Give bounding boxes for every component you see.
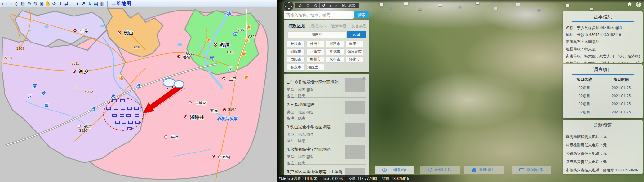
city-button[interactable]: 长沙市 — [287, 41, 305, 47]
project-name: 02项目 — [566, 92, 603, 100]
house — [566, 4, 569, 7]
disaster-thumbnail[interactable] — [345, 78, 365, 92]
province-button[interactable]: 湖南省 — [287, 31, 346, 38]
home-icon[interactable] — [627, 1, 633, 7]
disaster-list-item[interactable]: 1.宁乡县煤炭坝地区地面塌陷 类型：地面塌陷 备注：隐患 — [287, 75, 366, 98]
survey-row[interactable]: 02项目 2021-01-25 — [566, 116, 640, 118]
project-date: 2021-01-25 — [603, 100, 640, 108]
city-button[interactable]: 娄底市 — [287, 64, 305, 71]
reset-view-icon[interactable]: ↺ — [319, 3, 327, 8]
toolbar-separator — [107, 1, 108, 7]
map-label-xiangxiang: 湘乡 — [78, 69, 88, 74]
globe-icon[interactable] — [635, 1, 642, 7]
print-preview-icon[interactable]: ▥ — [99, 0, 105, 7]
disaster-thumbnail[interactable] — [345, 101, 365, 114]
city-button[interactable]: 衡阳市 — [345, 41, 363, 47]
disaster-list-item[interactable]: 3.铁山完全小学地面塌陷 类型：地面塌陷 备注：隐患 — [287, 120, 366, 142]
road-label-g320: G320 — [248, 35, 256, 39]
grid-icon[interactable]: ⊞ — [20, 0, 26, 7]
circle-minus-icon[interactable]: ⊘ — [312, 3, 319, 8]
map-label-yutang: 虞塘 — [83, 124, 91, 129]
map-2d-pane: ▭◔◇⊞⊕⊖◉✋↺‖⇄ ℹ↗⇓▤▥ 二维地图 — [0, 0, 277, 182]
water-label-xiang: 湘 — [209, 56, 214, 60]
btn-3d-imagery[interactable]: 三维影像 — [375, 166, 414, 174]
map-label-renhou: 仁厚 — [80, 28, 88, 33]
city-button[interactable]: 岳阳市 — [306, 48, 324, 55]
road-label-g320: G320 — [186, 52, 194, 55]
road-label-g107: G107 — [228, 107, 236, 111]
button-icon — [519, 168, 524, 171]
measure-circle-icon[interactable]: ◔ — [7, 0, 14, 7]
search-input[interactable] — [284, 11, 354, 19]
info-icon[interactable]: ℹ — [74, 0, 80, 7]
next-icon[interactable]: › — [333, 3, 339, 8]
city-button[interactable]: 湘西土家族... — [306, 64, 324, 71]
monitor-row: 村级检测责任人电话：无 — [566, 141, 640, 149]
btn-monitor-device[interactable]: 监测设备 — [512, 166, 551, 174]
survey-row[interactable]: 02项目 2021-01-25 — [566, 108, 640, 116]
city-button[interactable]: 常德市 — [326, 48, 344, 55]
export-icon[interactable]: ↗ — [80, 0, 87, 7]
city-button[interactable]: 益阳市 — [287, 56, 305, 63]
zoom-out-icon[interactable]: ⊖ — [304, 3, 312, 8]
pause-icon[interactable]: ‖ — [57, 0, 63, 7]
basic-info-rows: 名称：宁乡县煤炭坝地区地面塌陷地址：长沙市 430124 430182119灾害… — [566, 24, 640, 63]
map-label-yanchong: 严冲 — [171, 135, 179, 140]
disaster-list-item[interactable]: 4.永和初级中学地面塌陷 类型：地面塌陷 备注：隐患 — [287, 142, 366, 165]
expressway-label-su: 速 — [206, 38, 211, 43]
zoom-in-icon[interactable]: ⊕ — [296, 3, 304, 8]
monitor-row: 乡镇防灾责任人电话：无 — [566, 149, 640, 158]
btn-relocation[interactable]: 搬迁避让 — [464, 166, 504, 174]
panel-title: 基本信息 — [566, 13, 640, 20]
lake — [44, 25, 49, 28]
zoom-out-icon[interactable]: ⊖ — [32, 0, 38, 7]
save-icon[interactable]: ⇓ — [87, 0, 93, 7]
disaster-list: 1.宁乡县煤炭坝地区地面塌陷 类型：地面塌陷 备注：隐患 2.三凤地面塌陷 类型… — [287, 75, 366, 177]
map-canvas[interactable]: 仁厚 韶山 湘潭 姜畲 湘乡 上马 古塘桥 茶园 湘潭县 严冲 白石铺 虞塘 S… — [0, 7, 277, 182]
search-button[interactable]: 搜索 — [354, 11, 369, 18]
button-icon — [382, 168, 387, 172]
house — [590, 8, 593, 10]
disaster-list-panel: × 1.宁乡县煤炭坝地区地面塌陷 类型：地面塌陷 备注：隐患 2.三凤地面塌陷 … — [284, 74, 369, 177]
disaster-list-item[interactable]: 2.三凤地面塌陷 类型：地面塌陷 备注：隐患 — [287, 98, 366, 120]
disaster-list-item[interactable]: 5.芦淞区凤凰山体东南部山体滑坡 类型：山体滑坡 备注：隐患 — [287, 165, 366, 177]
compass-control[interactable] — [283, 1, 294, 11]
zoom-in-icon[interactable]: ⊕ — [26, 0, 32, 7]
city-button[interactable]: 邵阳市 — [287, 48, 305, 55]
viewer-toolbar: ⊕⊖⊘↺‹› 显示高程 — [295, 3, 359, 8]
lake — [100, 25, 104, 27]
house — [418, 8, 421, 10]
status-item: 海拔:-0.00米 — [322, 176, 343, 181]
globe-icon[interactable]: ◉ — [38, 0, 45, 7]
pan-hand-icon[interactable]: ✋ — [45, 0, 51, 7]
city-button[interactable]: 怀化市 — [345, 56, 363, 63]
survey-row[interactable]: 02项目 2021-01-25 — [566, 92, 640, 100]
survey-row[interactable]: 02项目 2021-01-25 — [566, 100, 640, 108]
btn-treatment-project[interactable]: 治理工程 — [420, 166, 460, 174]
button-label: 监测设备 — [526, 167, 544, 173]
button-label: 治理工程 — [435, 167, 452, 173]
status-item: 视角海拔高度:216.67米 — [279, 176, 318, 181]
province-row: 湖南省 返回 — [287, 31, 366, 39]
print-icon[interactable]: ▤ — [93, 0, 99, 7]
viewer-3d-pane[interactable]: ⊕⊖⊘↺‹› 显示高程 搜索 行政区划规模大小险情等级灾害类型 湖南省 返回 长… — [277, 0, 644, 182]
filter-tabs: 行政区划规模大小险情等级灾害类型 — [287, 23, 366, 31]
house — [538, 9, 540, 11]
disaster-thumbnail[interactable] — [345, 123, 365, 137]
disaster-thumbnail[interactable] — [345, 145, 365, 159]
water-label-xiang: 湘 — [226, 11, 231, 16]
city-button[interactable]: 永州市 — [326, 56, 344, 63]
city-button[interactable]: 郴州市 — [306, 56, 324, 63]
zoom-previous-icon[interactable]: ↺ — [51, 0, 57, 7]
city-button[interactable]: 株洲市 — [306, 41, 324, 47]
city-button[interactable]: 张家界市 — [345, 48, 363, 55]
show-elevation-button[interactable]: 显示高程 — [339, 3, 358, 8]
prev-icon[interactable]: ‹ — [327, 3, 333, 8]
back-button[interactable]: 返回 — [347, 31, 366, 38]
measure-distance-icon[interactable]: ▭ — [1, 0, 7, 7]
city-button[interactable]: 湘潭市 — [326, 41, 344, 47]
disaster-title: 5.芦淞区凤凰山体东南部山体滑坡 — [287, 169, 343, 175]
survey-row[interactable]: 02项目 2021-01-25 — [566, 84, 640, 92]
measure-polygon-icon[interactable]: ◇ — [14, 0, 20, 7]
swap-icon[interactable]: ⇄ — [63, 0, 69, 7]
